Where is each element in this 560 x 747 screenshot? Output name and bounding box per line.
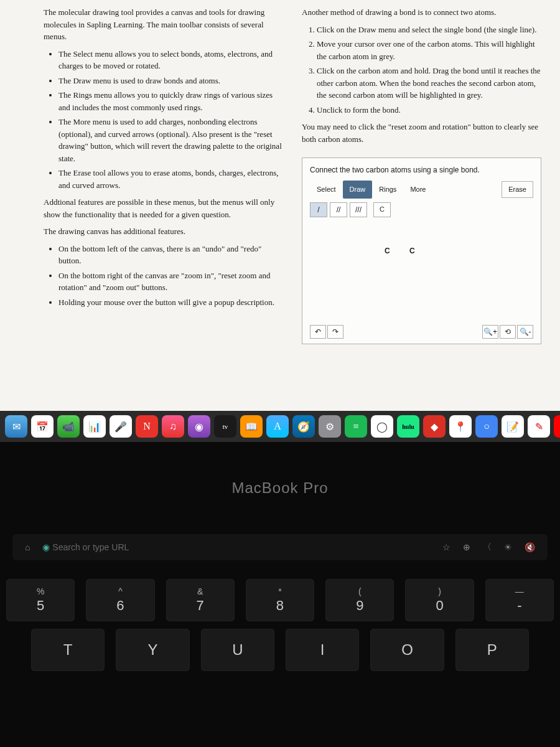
key-7[interactable]: &7 [166,579,235,621]
canvas-feature: On the bottom right of the canvas are "z… [58,270,283,294]
dock-app-adobe-icon[interactable]: ◆ [423,415,446,438]
key-5[interactable]: %5 [6,579,75,621]
dock-app-news-icon[interactable]: N [136,415,158,438]
key-p[interactable]: P [455,629,529,671]
canvas-feature-list: On the bottom left of the canvas, there … [58,243,283,309]
keyboard: %5 ^6 &7 *8 (9 )0 —- T Y U I O P [6,579,554,671]
carbon-atom-1[interactable]: C [385,245,390,256]
step: Click on the Draw menu and select the si… [317,24,541,36]
menu-item: The Rings menu allows you to quickly dra… [58,89,283,113]
mute-icon: 🔇 [525,542,535,552]
dock-app-settings-icon[interactable]: ⚙ [319,415,341,438]
dock-app-numbers-icon[interactable]: 📊 [83,415,106,438]
key-9[interactable]: (9 [325,579,394,621]
undo-button[interactable]: ↶ [310,325,326,339]
canvas-feature: Holding your mouse over the button will … [58,296,283,309]
double-bond-button[interactable]: // [330,202,347,217]
touchbar-newtab-button[interactable]: ⊕ [463,542,470,552]
key-0[interactable]: )0 [405,579,474,621]
dock-app-books-icon[interactable]: 📖 [240,415,263,438]
touchbar-brightness-button[interactable]: ☀ [504,542,512,552]
tab-select[interactable]: Select [310,181,343,199]
dock-app-chrome-icon[interactable]: ○ [475,415,498,438]
intro-text: The molecular drawing tool provides a ca… [44,6,283,43]
lesson-content: The molecular drawing tool provides a ca… [0,0,560,411]
steps-list: Click on the Draw menu and select the si… [317,24,541,116]
touchbar-url-field[interactable]: ◉ Search or type URL [42,542,430,552]
drawing-canvas[interactable]: C C [310,220,533,319]
dock-app-calendar-icon[interactable]: 📅 [31,415,54,438]
dock-app-notes-icon[interactable]: 📝 [502,415,524,438]
menu-item: The Draw menu is used to draw bonds and … [58,75,283,87]
dock-app-keynote-icon[interactable]: 🎤 [110,415,132,438]
key-t[interactable]: T [31,629,105,671]
canvas-feature: On the bottom left of the canvas, there … [58,243,283,267]
triple-bond-button[interactable]: /// [350,202,367,217]
key-8[interactable]: *8 [246,579,314,621]
step: Unclick to form the bond. [317,104,541,116]
menu-item: The Select menu allows you to select bon… [58,48,283,72]
zoom-in-button[interactable]: 🔍+ [482,325,498,339]
tab-rings[interactable]: Rings [372,181,403,199]
dock-app-maps-icon[interactable]: 📍 [449,415,472,438]
reset-zoom-button[interactable]: ⟲ [500,325,516,339]
dock-app-mail-icon[interactable]: ✉ [5,415,27,438]
menu-item: The Erase tool allows you to erase atoms… [58,167,283,191]
laptop-body: MacBook Pro ⌂ ◉ Search or type URL ☆ ⊕ 〈… [0,442,560,747]
laptop-label: MacBook Pro [0,442,560,497]
canvas-footer: ↶ ↷ 🔍+ ⟲ 🔍- [310,325,533,339]
undo-icon: ↶ [315,326,321,337]
key-6[interactable]: ^6 [86,579,154,621]
dock-app-edit-icon[interactable]: ✎ [528,415,550,438]
number-row: %5 ^6 &7 *8 (9 )0 —- [6,579,554,621]
tab-more[interactable]: More [403,181,432,199]
key-u[interactable]: U [201,629,274,671]
redo-icon: ↷ [332,326,338,337]
redo-button[interactable]: ↷ [327,325,343,339]
globe-icon: ◉ [42,542,52,552]
touchbar-favorite-button[interactable]: ☆ [442,542,450,552]
step: Move your cursor over one of the carbon … [317,38,541,62]
key-y[interactable]: Y [116,629,189,671]
carbon-atom-2[interactable]: C [409,245,415,256]
key-i[interactable]: I [286,629,359,671]
step: Click on the carbon atom and hold. Drag … [317,65,541,101]
erase-button[interactable]: Erase [502,181,533,198]
chevron-left-icon: 〈 [483,542,492,553]
touchbar-back-button[interactable]: 〈 [483,542,492,553]
tab-draw[interactable]: Draw [343,181,373,199]
dock-app-appstore-icon[interactable]: A [266,415,289,438]
left-column: The molecular drawing tool provides a ca… [44,6,283,405]
panel-prompt: Connect the two carbon atoms using a sin… [302,158,541,181]
zoom-out-icon: 🔍- [520,326,531,337]
plus-icon: ⊕ [463,542,470,552]
letter-row: T Y U I O P [6,629,554,671]
dock-app-music-icon[interactable]: ♫ [162,415,184,438]
dock-app-podcasts-icon[interactable]: ◉ [188,415,210,438]
dock-app-facetime-icon[interactable]: 📹 [57,415,80,438]
zoom-note: You may need to click the "reset zoom an… [302,121,541,145]
atom-label-button[interactable]: C [373,202,391,217]
bond-toolbar: / // /// C [302,199,541,221]
touchbar: ⌂ ◉ Search or type URL ☆ ⊕ 〈 ☀ 🔇 [12,534,548,560]
right-column: Another method of drawing a bond is to c… [302,6,541,405]
menu-list: The Select menu allows you to select bon… [58,48,283,192]
dock-app-youtube-icon[interactable]: ▶ [554,415,560,438]
key-dash[interactable]: —- [485,579,554,621]
star-icon: ☆ [442,542,450,552]
dock-app-hulu-icon[interactable]: hulu [397,415,419,438]
right-intro: Another method of drawing a bond is to c… [302,6,541,19]
key-o[interactable]: O [370,629,444,671]
dock-app-generic-icon[interactable]: ◯ [371,415,393,438]
dock-app-safari-icon[interactable]: 🧭 [292,415,315,438]
zoom-out-button[interactable]: 🔍- [517,325,533,339]
single-bond-button[interactable]: / [310,202,327,217]
additional-text: Addtional features are possible in these… [44,196,283,220]
touchbar-mute-button[interactable]: 🔇 [525,542,535,552]
dock-app-spotify-icon[interactable]: ≡ [345,415,367,438]
dock-app-tv-icon[interactable]: tv [214,415,236,438]
macos-dock: ✉ 📅 📹 📊 🎤 N ♫ ◉ tv 📖 A 🧭 ⚙ ≡ ◯ hulu ◆ 📍 … [0,411,560,442]
molecular-drawing-panel: Connect the two carbon atoms using a sin… [302,157,541,344]
touchbar-home-button[interactable]: ⌂ [25,542,30,552]
reset-zoom-icon: ⟲ [505,326,511,337]
